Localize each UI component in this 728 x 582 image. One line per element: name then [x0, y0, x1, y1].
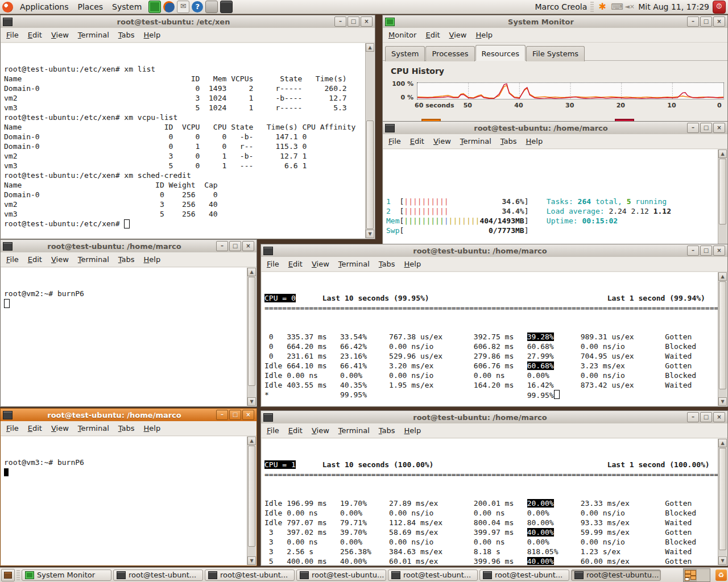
clock[interactable]: Mit Aug 11, 17:29	[638, 2, 709, 11]
keyboard-indicator-icon[interactable]: ⌨	[611, 1, 621, 13]
menu-help[interactable]: Help	[139, 253, 166, 265]
scroll-down-icon[interactable]: ▼	[247, 556, 256, 565]
titlebar[interactable]: root@test-ubuntu: /home/marco –□×	[1, 409, 257, 421]
minimize-button[interactable]: –	[216, 410, 228, 420]
maximize-button[interactable]: □	[229, 241, 241, 251]
close-button[interactable]: ×	[713, 246, 725, 256]
system-monitor-launcher-icon[interactable]	[148, 1, 161, 13]
menu-tabs[interactable]: Tabs	[114, 29, 139, 41]
maximize-button[interactable]: □	[700, 16, 712, 27]
ubuntu-menu-icon[interactable]	[2, 2, 13, 13]
trash-icon[interactable]: ♻	[715, 569, 727, 581]
menu-view[interactable]: View	[307, 258, 334, 270]
update-notifier-icon[interactable]: ✱	[597, 1, 607, 13]
close-button[interactable]: ×	[713, 16, 725, 27]
close-button[interactable]: ×	[242, 241, 254, 251]
terminal-content[interactable]: root@vm3:~# burnP6	[1, 436, 247, 565]
maximize-button[interactable]: □	[700, 412, 712, 422]
minimize-button[interactable]: –	[687, 123, 699, 133]
scrollbar[interactable]: ▲ ▼	[247, 268, 256, 406]
taskbar-button[interactable]: System Monitor	[22, 569, 111, 581]
menu-tabs[interactable]: Tabs	[496, 135, 522, 147]
tab-system[interactable]: System	[385, 46, 425, 61]
menu-terminal[interactable]: Terminal	[73, 422, 114, 434]
titlebar[interactable]: root@test-ubuntu: /home/marco –□×	[383, 122, 727, 134]
titlebar[interactable]: root@test-ubuntu: /home/marco –□×	[261, 244, 727, 257]
taskbar-button[interactable]: root@test-ubunt...	[388, 569, 478, 581]
minimize-button[interactable]: –	[687, 412, 699, 422]
minimize-button[interactable]: –	[216, 241, 228, 251]
menu-help[interactable]: Help	[400, 258, 426, 270]
menu-view[interactable]: View	[429, 135, 456, 147]
tab-file-systems[interactable]: File Systems	[526, 46, 585, 61]
help-launcher-icon[interactable]: ?	[192, 1, 203, 13]
mail-launcher-icon[interactable]: ✉	[177, 1, 189, 13]
scroll-thumb[interactable]	[719, 448, 726, 550]
menu-file[interactable]: File	[2, 29, 23, 41]
scroll-up-icon[interactable]: ▲	[366, 43, 374, 52]
menu-edit[interactable]: Edit	[406, 135, 429, 147]
terminal-content[interactable]: root@test-ubuntu:/etc/xen# xm listName I…	[1, 43, 366, 238]
scrollbar[interactable]: ▲ ▼	[718, 272, 727, 406]
scroll-down-icon[interactable]: ▼	[366, 230, 374, 238]
scroll-thumb[interactable]	[719, 159, 726, 225]
scrollbar[interactable]: ▲ ▼	[365, 43, 374, 238]
menu-view[interactable]: View	[307, 425, 334, 436]
minimize-button[interactable]: –	[334, 16, 346, 27]
menu-system[interactable]: System	[107, 1, 146, 13]
menu-view[interactable]: View	[47, 422, 73, 434]
scroll-up-icon[interactable]: ▲	[247, 268, 256, 276]
menu-view[interactable]: View	[445, 29, 471, 41]
terminal-content[interactable]: CPU = 1 Last 10 seconds (100.00%) Last 1…	[262, 439, 718, 565]
menu-help[interactable]: Help	[471, 29, 497, 41]
minimize-button[interactable]: –	[687, 16, 699, 27]
close-button[interactable]: ×	[713, 123, 725, 133]
taskbar-button[interactable]: root@test-ubunt...	[113, 569, 203, 581]
menu-help[interactable]: Help	[400, 425, 426, 436]
user-name[interactable]: Marco Creola	[535, 2, 588, 11]
scroll-up-icon[interactable]: ▲	[247, 436, 256, 445]
menu-edit[interactable]: Edit	[23, 29, 47, 41]
maximize-button[interactable]: □	[700, 246, 712, 256]
menu-view[interactable]: View	[47, 29, 73, 41]
menu-edit[interactable]: Edit	[284, 425, 307, 436]
menu-terminal[interactable]: Terminal	[73, 253, 114, 265]
workspace-2[interactable]	[697, 569, 710, 581]
terminal-content[interactable]: CPU = 0 Last 10 seconds (99.95%) Last 1 …	[262, 272, 718, 406]
menu-terminal[interactable]: Terminal	[334, 258, 374, 270]
menu-edit[interactable]: Edit	[421, 29, 444, 41]
workspace-1[interactable]	[684, 569, 697, 581]
menu-edit[interactable]: Edit	[23, 253, 47, 265]
menu-view[interactable]: View	[47, 253, 73, 265]
volume-muted-icon[interactable]: ◄×	[624, 1, 635, 13]
menu-applications[interactable]: Applications	[15, 1, 73, 13]
terminal-launcher-icon[interactable]	[220, 1, 233, 13]
taskbar-button[interactable]: root@test-ubuntu...	[571, 569, 661, 581]
menu-tabs[interactable]: Tabs	[114, 422, 139, 434]
scrollbar[interactable]: ▲ ▼	[718, 439, 727, 565]
maximize-button[interactable]: □	[700, 123, 712, 133]
show-desktop-button[interactable]	[1, 569, 15, 581]
menu-file[interactable]: File	[262, 425, 284, 436]
scroll-down-icon[interactable]: ▼	[247, 397, 256, 406]
scroll-up-icon[interactable]: ▲	[718, 272, 727, 281]
scroll-up-icon[interactable]: ▲	[718, 439, 727, 447]
taskbar-button[interactable]: root@test-ubunt...	[479, 569, 569, 581]
menu-edit[interactable]: Edit	[284, 258, 307, 270]
titlebar[interactable]: root@test-ubuntu: /etc/xen –□×	[1, 15, 375, 28]
taskbar-button[interactable]: root@test-ubuntu...	[296, 569, 386, 581]
menu-file[interactable]: File	[262, 258, 284, 270]
titlebar[interactable]: root@test-ubuntu: /home/marco –□×	[1, 240, 257, 252]
scroll-thumb[interactable]	[248, 446, 255, 547]
firefox-launcher-icon[interactable]	[163, 1, 175, 13]
scroll-down-icon[interactable]: ▼	[718, 556, 727, 565]
menu-terminal[interactable]: Terminal	[456, 135, 496, 147]
menu-terminal[interactable]: Terminal	[334, 425, 374, 436]
menu-help[interactable]: Help	[139, 29, 166, 41]
menu-monitor[interactable]: Monitor	[384, 29, 421, 41]
close-button[interactable]: ×	[361, 16, 373, 27]
scroll-thumb[interactable]	[366, 120, 374, 229]
close-button[interactable]: ×	[713, 412, 725, 422]
menu-terminal[interactable]: Terminal	[73, 29, 114, 41]
menu-file[interactable]: File	[2, 253, 23, 265]
